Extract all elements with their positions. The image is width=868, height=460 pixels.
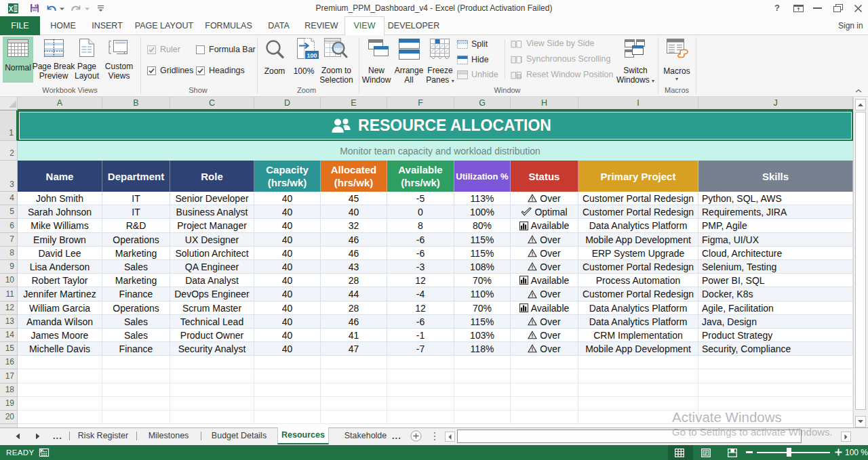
svg-text:100: 100: [307, 52, 317, 59]
